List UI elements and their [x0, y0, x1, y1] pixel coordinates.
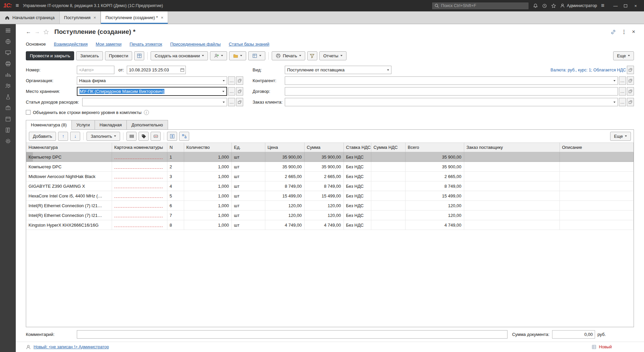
back-arrow-icon[interactable]: ← [26, 29, 31, 35]
register-records-button[interactable] [134, 51, 144, 60]
chevron-down-icon[interactable] [220, 87, 226, 95]
move-row-up-button[interactable]: ↑ [58, 132, 68, 141]
add-interaction-button[interactable] [210, 51, 227, 60]
sidebar-item-employees-icon[interactable] [5, 83, 11, 89]
checklists-button[interactable] [248, 51, 265, 60]
add-row-button[interactable]: Добавить [29, 132, 56, 141]
document-status-link[interactable]: Новый: <не записан !> Администратор [34, 345, 109, 349]
tab-nomenclature[interactable]: Номенклатура (8) [26, 120, 71, 130]
contract-open-button[interactable] [627, 87, 634, 96]
sidebar-item-knowledge-base-icon[interactable] [5, 127, 11, 133]
post-and-close-button[interactable]: Провести и закрыть [26, 51, 74, 60]
nav-link-labels[interactable]: Печать этикеток [129, 42, 162, 47]
global-search[interactable] [432, 2, 529, 10]
minimize-icon[interactable]: — [610, 2, 621, 10]
tab-services[interactable]: Услуги [71, 120, 95, 130]
add-favorite-star-icon[interactable] [43, 29, 49, 35]
client-order-open-button[interactable] [627, 98, 634, 106]
client-order-choose-button[interactable]: … [619, 98, 626, 106]
expense-item-choose-button[interactable]: … [228, 98, 235, 106]
column-header[interactable]: Цена [265, 143, 304, 152]
user-menu[interactable]: Администратор [560, 3, 597, 8]
number-field[interactable]: <Авто> [77, 66, 114, 74]
column-header[interactable]: N [167, 143, 184, 152]
table-row[interactable]: Intel(R) Ethernet Connection (7) I21… 7 … [26, 211, 634, 220]
sidebar-item-printer-icon[interactable] [5, 61, 11, 67]
column-header[interactable]: Описание [559, 143, 634, 152]
nav-link-main[interactable]: Основное [26, 42, 46, 47]
restore-icon[interactable] [621, 2, 631, 10]
table-row[interactable]: Компьютер DPC 1 1,000 шт 35 900,00 35 90… [26, 152, 634, 162]
chevron-down-icon[interactable] [611, 98, 618, 106]
client-order-field[interactable] [285, 98, 618, 106]
get-link-icon[interactable] [610, 29, 616, 35]
tab-receipts-list[interactable]: Поступления × [59, 11, 101, 24]
organization-open-button[interactable] [236, 76, 243, 85]
sidebar-item-desktop-icon[interactable] [5, 39, 11, 45]
expense-item-open-button[interactable] [236, 98, 243, 106]
write-button[interactable]: Записать [76, 51, 103, 60]
table-row[interactable]: Компьютер DPC 2 1,000 шт 35 900,00 35 90… [26, 162, 634, 172]
column-header[interactable]: Сумма НДС [371, 143, 405, 152]
merge-rows-checkbox[interactable] [26, 110, 31, 115]
nav-link-notes[interactable]: Мои заметки [96, 42, 121, 47]
sidebar-item-calendar-icon[interactable] [5, 116, 11, 122]
calendar-icon[interactable] [179, 66, 185, 74]
column-header[interactable]: Ед. [231, 143, 265, 152]
table-row[interactable]: Midtower Aerocool NightHak Black 3 1,000… [26, 172, 634, 181]
chevron-down-icon[interactable] [221, 77, 227, 84]
sidebar-item-equipment-icon[interactable] [5, 50, 11, 56]
organization-choose-button[interactable]: … [228, 76, 235, 85]
nomenclature-card-link[interactable] [114, 213, 163, 217]
currency-open-button[interactable] [627, 66, 634, 74]
comment-input[interactable] [77, 331, 507, 338]
column-header[interactable]: Карточка номенклатуры [112, 143, 167, 152]
barcode-button[interactable] [126, 132, 137, 141]
contract-choose-button[interactable]: … [619, 87, 626, 96]
list-settings-button[interactable] [179, 132, 189, 141]
info-icon[interactable]: i [144, 110, 149, 115]
kind-field[interactable]: Поступление от поставщика [285, 66, 391, 74]
nomenclature-card-link[interactable] [114, 154, 163, 159]
more-button[interactable]: Еще [613, 51, 634, 60]
close-window-icon[interactable]: × [631, 2, 641, 10]
filter-button[interactable] [307, 51, 317, 60]
tab-receipt-create[interactable]: Поступление (создание) * × [101, 11, 168, 24]
table-row[interactable]: GIGABYTE Z390 GAMING X 4 1,000 шт 8 749,… [26, 181, 634, 191]
chevron-down-icon[interactable] [385, 66, 391, 74]
nav-link-attached-files[interactable]: Присоединенные файлы [170, 42, 221, 47]
storage-place-choose-button[interactable]: … [228, 87, 235, 96]
create-on-base-button[interactable]: Создать на основании [151, 51, 208, 60]
close-document-icon[interactable]: × [632, 28, 635, 35]
counterparty-choose-button[interactable]: … [619, 76, 626, 85]
tab-home[interactable]: Начальная страница [0, 11, 59, 24]
main-menu-icon[interactable]: ≡ [15, 2, 19, 9]
fit-columns-button[interactable] [167, 132, 177, 141]
close-tab-icon[interactable]: × [94, 15, 96, 20]
notifications-bell-icon[interactable] [533, 3, 538, 8]
post-button[interactable]: Провести [105, 51, 132, 60]
date-field[interactable]: 10.08.2023 15:25:03 [127, 66, 186, 74]
sidebar-menu-icon[interactable] [5, 27, 11, 34]
print-button[interactable]: Печать [272, 51, 305, 60]
search-input[interactable] [441, 3, 526, 8]
chevron-down-icon[interactable] [221, 98, 227, 106]
close-tab-icon[interactable]: × [161, 15, 163, 20]
currency-settings-link[interactable]: Валюта: руб., курс: 1; Облагается НДС [550, 68, 626, 72]
column-header[interactable]: Ставка НДС [343, 143, 371, 152]
scanner-button[interactable] [151, 132, 161, 141]
column-header[interactable]: Сумма [304, 143, 343, 152]
table-row[interactable]: HexaCore Intel Core i5, 4400 MHz (… 5 1,… [26, 191, 634, 201]
sidebar-item-supplies-icon[interactable] [5, 94, 11, 100]
counterparty-field[interactable] [285, 76, 618, 85]
column-header[interactable]: Всего [405, 143, 464, 152]
nav-link-knowledge-articles[interactable]: Статьи базы знаний [229, 42, 269, 47]
tab-invoice[interactable]: Накладная [95, 120, 126, 130]
history-icon[interactable] [542, 3, 547, 8]
sidebar-item-warehouse-icon[interactable] [5, 105, 11, 111]
table-more-button[interactable]: Еще [610, 132, 631, 141]
sidebar-settings-gear-icon[interactable] [5, 138, 11, 144]
organization-field[interactable]: Наша фирма [77, 76, 227, 85]
nav-link-interactions[interactable]: Взаимодействия [54, 42, 88, 47]
forward-arrow-icon[interactable]: → [35, 29, 40, 35]
